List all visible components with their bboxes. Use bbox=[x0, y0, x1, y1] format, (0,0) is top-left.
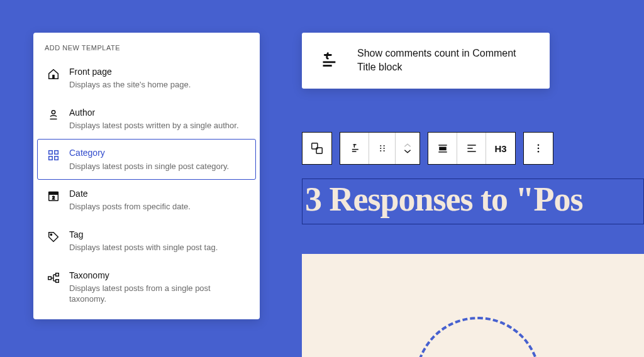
align-button[interactable] bbox=[428, 133, 457, 164]
template-label: Taxonomy bbox=[69, 270, 247, 281]
svg-rect-11 bbox=[48, 277, 52, 280]
template-item-front-page[interactable]: Front page Displays as the site's home p… bbox=[37, 58, 256, 99]
text-align-button[interactable] bbox=[457, 133, 486, 164]
home-icon bbox=[47, 67, 60, 81]
comment-title-block[interactable]: 3 Responses to "Pos bbox=[302, 178, 644, 224]
more-vertical-icon bbox=[533, 143, 544, 154]
svg-point-23 bbox=[383, 148, 384, 149]
chevron-down-icon bbox=[403, 148, 412, 155]
template-item-category[interactable]: Category Displays latest posts in single… bbox=[37, 139, 256, 180]
add-template-panel: ADD NEW TEMPLATE Front page Displays as … bbox=[33, 33, 260, 319]
svg-point-32 bbox=[538, 144, 540, 146]
heading-level-button[interactable]: H3 bbox=[486, 133, 515, 164]
align-icon bbox=[436, 142, 449, 155]
svg-rect-0 bbox=[52, 75, 55, 79]
svg-point-1 bbox=[52, 110, 55, 114]
comment-title-block-button[interactable] bbox=[340, 133, 369, 164]
move-block-buttons[interactable] bbox=[396, 133, 419, 164]
text-align-left-icon bbox=[465, 142, 478, 155]
template-desc: Displays latest posts with single post t… bbox=[69, 242, 218, 253]
dashed-circle-decoration bbox=[415, 317, 541, 357]
template-label: Tag bbox=[69, 229, 218, 240]
template-desc: Displays latest posts in single post cat… bbox=[69, 161, 229, 172]
svg-rect-27 bbox=[440, 147, 446, 150]
svg-rect-12 bbox=[56, 273, 59, 276]
svg-rect-5 bbox=[49, 157, 53, 160]
svg-point-22 bbox=[380, 148, 381, 149]
svg-point-20 bbox=[380, 145, 381, 146]
editor-canvas-preview bbox=[302, 254, 644, 357]
template-label: Author bbox=[69, 107, 239, 118]
svg-point-10 bbox=[50, 234, 52, 235]
template-item-author[interactable]: Author Displays latest posts written by … bbox=[37, 99, 256, 140]
template-desc: Displays latest posts written by a singl… bbox=[69, 120, 239, 131]
template-item-taxonomy[interactable]: Taxonomy Displays latest posts from a si… bbox=[37, 261, 256, 313]
svg-rect-6 bbox=[55, 157, 58, 160]
svg-rect-4 bbox=[55, 151, 58, 155]
taxonomy-icon bbox=[47, 271, 60, 285]
svg-rect-13 bbox=[56, 279, 59, 282]
template-label: Date bbox=[69, 188, 191, 199]
drag-handle-button[interactable] bbox=[369, 133, 396, 164]
comment-count-card[interactable]: Show comments count in Comment Title blo… bbox=[302, 33, 550, 89]
template-desc: Displays posts from specific date. bbox=[69, 201, 191, 212]
template-item-tag[interactable]: Tag Displays latest posts with single po… bbox=[37, 221, 256, 261]
svg-point-24 bbox=[380, 150, 381, 151]
svg-rect-3 bbox=[49, 151, 53, 155]
heading-level-label: H3 bbox=[494, 143, 506, 154]
template-label: Category bbox=[69, 147, 229, 158]
template-label: Front page bbox=[69, 66, 191, 77]
tag-icon bbox=[47, 230, 60, 244]
svg-point-33 bbox=[538, 148, 540, 150]
svg-point-34 bbox=[538, 151, 540, 153]
svg-point-21 bbox=[383, 145, 384, 146]
block-toolbar: H3 bbox=[302, 132, 553, 165]
more-options-button[interactable] bbox=[524, 133, 553, 164]
comment-title-icon bbox=[348, 142, 361, 155]
block-type-icon bbox=[310, 141, 324, 155]
svg-text:2: 2 bbox=[52, 195, 55, 200]
author-icon bbox=[47, 108, 60, 122]
comment-title-icon bbox=[317, 49, 340, 72]
block-type-button[interactable] bbox=[303, 133, 331, 164]
drag-handle-icon bbox=[377, 143, 387, 153]
chevron-up-icon bbox=[403, 142, 412, 148]
template-desc: Displays as the site's home page. bbox=[69, 79, 191, 91]
panel-heading: ADD NEW TEMPLATE bbox=[33, 44, 260, 58]
svg-point-25 bbox=[383, 150, 384, 151]
comment-title-text: 3 Responses to "Pos bbox=[305, 182, 641, 217]
calendar-icon: 2 bbox=[47, 189, 60, 203]
category-icon bbox=[47, 148, 60, 162]
template-item-date[interactable]: 2 Date Displays posts from specific date… bbox=[37, 180, 256, 221]
template-desc: Displays latest posts from a single post… bbox=[69, 283, 247, 305]
comment-count-text: Show comments count in Comment Title blo… bbox=[357, 47, 535, 75]
